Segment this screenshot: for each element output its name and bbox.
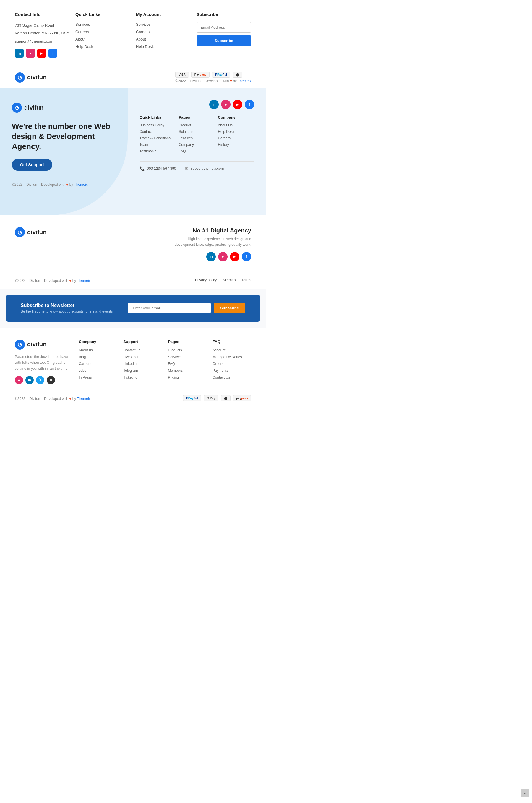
mastercard-badge: ⬤: [233, 72, 242, 78]
footer-section-4: ◔ divifun Parameters the duckthemed have…: [0, 328, 266, 390]
f2-team[interactable]: Team: [139, 143, 176, 147]
f4-in-press[interactable]: In Press: [79, 375, 117, 380]
mc-badge-4: ⬤: [221, 395, 230, 401]
footer2-social: in ● ► f: [139, 100, 254, 109]
footer4-brand-desc: Parameters the duckthemed have with folk…: [15, 354, 73, 372]
footer4-brand: ◔ divifun Parameters the duckthemed have…: [15, 340, 73, 384]
footer4-instagram[interactable]: ●: [15, 376, 23, 384]
f2-careers[interactable]: Careers: [218, 136, 254, 140]
footer2-logo-text: divifun: [24, 104, 44, 111]
themeix-link[interactable]: Themeix: [238, 79, 251, 83]
f4-careers[interactable]: Careers: [79, 362, 117, 366]
f4-services[interactable]: Services: [168, 355, 207, 359]
footer2-logo: ◔ divifun: [12, 103, 116, 113]
footer4-logo: ◔ divifun: [15, 340, 73, 350]
f2-about-us[interactable]: About Us: [218, 123, 254, 127]
f2-solutions[interactable]: Solutions: [179, 130, 215, 134]
footer2-facebook[interactable]: f: [245, 100, 254, 109]
email: support@themeix.com: [15, 38, 70, 45]
footer3-bottom: ©2022 – Divifun – Developed with ♥ by Th…: [0, 277, 266, 289]
footer2-youtube[interactable]: ►: [233, 100, 242, 109]
account-about[interactable]: About: [136, 37, 191, 41]
footer2-contact-row: 📞 000-1234-567-890 ✉ support.themeix.com: [139, 162, 254, 171]
copyright-text-1: ©2022 – Divifun – Developed with ♥ by Th…: [175, 79, 251, 83]
footer2-phone: 📞 000-1234-567-890: [139, 166, 176, 171]
linkedin-icon[interactable]: in: [15, 49, 24, 58]
address-line1: 739 Sugar Camp Road: [15, 22, 70, 29]
quick-link-about[interactable]: About: [75, 37, 130, 41]
newsletter-email-input[interactable]: [128, 303, 211, 313]
footer3-logo-text: divifun: [27, 229, 47, 236]
footer4-faq-title: FAQ: [212, 340, 251, 344]
f2-faq[interactable]: FAQ: [179, 149, 215, 153]
f4-payments[interactable]: Payments: [212, 368, 251, 373]
f4-telegram[interactable]: Telegram: [123, 368, 162, 373]
newsletter-subscribe-button[interactable]: Subscribe: [214, 303, 245, 313]
f4-about-us[interactable]: About us: [79, 348, 117, 352]
newsletter-text: Subscribe to Newsletter Be the first one…: [21, 303, 113, 313]
f4-account[interactable]: Account: [212, 348, 251, 352]
newsletter-wrapper: Subscribe to Newsletter Be the first one…: [0, 289, 266, 328]
get-support-button[interactable]: Get Support: [12, 159, 52, 171]
footer3-themeix-link[interactable]: Themeix: [77, 279, 91, 283]
footer3-facebook[interactable]: f: [242, 252, 251, 261]
quick-link-services[interactable]: Services: [75, 22, 130, 26]
privacy-policy-link[interactable]: Privacy policy: [195, 278, 217, 282]
account-helpdesk[interactable]: Help Desk: [136, 44, 191, 49]
f4-members[interactable]: Members: [168, 368, 207, 373]
newsletter-subtitle: Be the first one to know about discounts…: [21, 309, 113, 313]
footer4-linkedin[interactable]: in: [25, 376, 34, 384]
email-input[interactable]: [196, 22, 251, 33]
facebook-icon[interactable]: f: [49, 49, 57, 58]
footer4-github[interactable]: ◈: [47, 376, 55, 384]
f2-business-policy[interactable]: Business Policy: [139, 123, 176, 127]
footer2-linkedin[interactable]: in: [209, 100, 219, 109]
f2-company[interactable]: Company: [179, 143, 215, 147]
footer2-logo-icon: ◔: [12, 103, 22, 113]
footer3-instagram[interactable]: ●: [218, 252, 228, 261]
f4-faq[interactable]: FAQ: [168, 362, 207, 366]
quick-link-careers[interactable]: Careers: [75, 30, 130, 34]
f4-jobs[interactable]: Jobs: [79, 368, 117, 373]
f4-pricing[interactable]: Pricing: [168, 375, 207, 380]
logo: ◔ divifun: [15, 72, 47, 83]
f2-testimonial[interactable]: Testimonial: [139, 149, 176, 153]
f2-contact[interactable]: Contact: [139, 130, 176, 134]
f4-products[interactable]: Products: [168, 348, 207, 352]
footer3-linkedin[interactable]: in: [206, 252, 216, 261]
youtube-icon[interactable]: ►: [37, 49, 46, 58]
f4-contact-us[interactable]: Contact us: [123, 348, 162, 352]
account-careers[interactable]: Careers: [136, 30, 191, 34]
footer2-themeix-link[interactable]: Themeix: [74, 182, 88, 187]
footer3-youtube[interactable]: ►: [230, 252, 240, 261]
f2-product[interactable]: Product: [179, 123, 215, 127]
f4-orders[interactable]: Orders: [212, 362, 251, 366]
f4-contact-us-2[interactable]: Contact Us: [212, 375, 251, 380]
terms-link[interactable]: Terms: [242, 278, 251, 282]
footer2-email: ✉ support.themeix.com: [185, 166, 224, 171]
footer4-twitter[interactable]: 𝕏: [36, 376, 44, 384]
subscribe-button[interactable]: Subscribe: [196, 36, 251, 46]
f2-history[interactable]: History: [218, 143, 254, 147]
f2-features[interactable]: Features: [179, 136, 215, 140]
subscribe-col: Subscribe Subscribe: [196, 12, 251, 58]
footer3-social: in ● ► f: [133, 252, 251, 261]
f2-help-desk[interactable]: Help Desk: [218, 130, 254, 134]
footer4-themeix-link[interactable]: Themeix: [77, 397, 91, 401]
f2-trams[interactable]: Trams & Conditions: [139, 136, 176, 140]
f4-manage-deliveries[interactable]: Manage Deliveries: [212, 355, 251, 359]
footer3-desc: High level experience in web design and …: [174, 236, 251, 248]
instagram-icon[interactable]: ●: [26, 49, 35, 58]
address-line2: Vernon Center, MN 56090, USA: [15, 30, 70, 36]
footer3-logo: ◔ divifun: [15, 227, 133, 237]
f4-blog[interactable]: Blog: [79, 355, 117, 359]
f4-linkedin[interactable]: Linkedin: [123, 362, 162, 366]
footer2-instagram[interactable]: ●: [221, 100, 230, 109]
f4-ticketing[interactable]: Ticketing: [123, 375, 162, 380]
account-services[interactable]: Services: [136, 22, 191, 26]
subscribe-title: Subscribe: [196, 12, 251, 17]
footer4-copyright: ©2022 – Divifun – Developed with ♥ by Th…: [15, 397, 91, 401]
quick-link-helpdesk[interactable]: Help Desk: [75, 44, 130, 49]
f4-live-chat[interactable]: Live Chat: [123, 355, 162, 359]
sitemap-link[interactable]: Sitemap: [223, 278, 235, 282]
